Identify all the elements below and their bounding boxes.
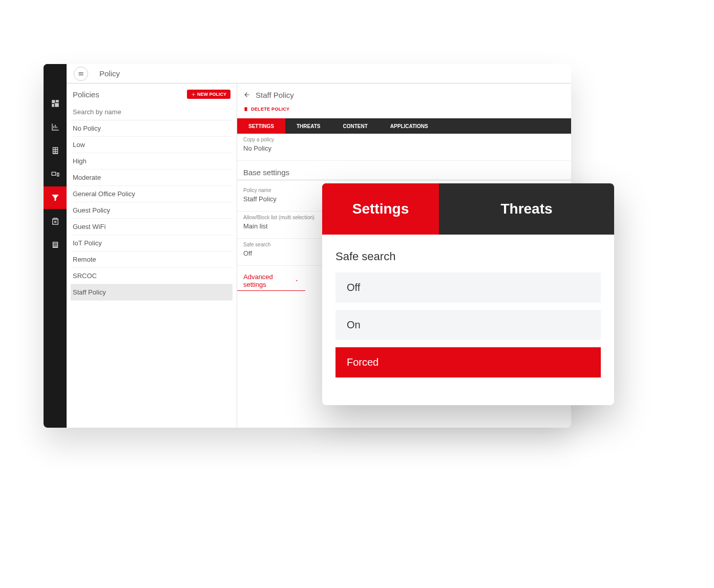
new-policy-button[interactable]: NEW POLICY bbox=[187, 90, 230, 99]
delete-label: DELETE POLICY bbox=[251, 107, 289, 112]
filter-icon[interactable] bbox=[44, 186, 67, 209]
policy-item[interactable]: No Policy bbox=[71, 120, 233, 137]
detail-title: Staff Policy bbox=[256, 91, 294, 99]
copy-policy-label: Copy a policy bbox=[243, 137, 565, 142]
copy-policy-field[interactable]: Copy a policy No Policy bbox=[237, 134, 571, 161]
svg-rect-0 bbox=[52, 100, 55, 103]
safe-search-option-off[interactable]: Off bbox=[335, 272, 601, 303]
sidebar-nav bbox=[44, 64, 67, 428]
search-input[interactable] bbox=[71, 104, 233, 120]
svg-rect-2 bbox=[52, 104, 54, 107]
advanced-settings-toggle[interactable]: Advanced settings bbox=[237, 266, 305, 291]
tab-content[interactable]: CONTENT bbox=[332, 118, 379, 134]
building-icon[interactable] bbox=[44, 139, 67, 162]
safe-search-popup: Settings Threats Safe search Off On Forc… bbox=[322, 183, 614, 405]
tab-threats[interactable]: THREATS bbox=[285, 118, 331, 134]
policy-item[interactable]: Staff Policy bbox=[71, 284, 233, 301]
popup-tab-threats[interactable]: Threats bbox=[439, 183, 614, 235]
advanced-label: Advanced settings bbox=[243, 273, 291, 288]
new-policy-label: NEW POLICY bbox=[197, 92, 226, 97]
popup-tabs: Settings Threats bbox=[322, 183, 614, 235]
policy-item[interactable]: Remote bbox=[71, 251, 233, 268]
popup-tab-settings[interactable]: Settings bbox=[322, 183, 439, 235]
policy-item[interactable]: Moderate bbox=[71, 170, 233, 186]
tab-bar: SETTINGS THREATS CONTENT APPLICATIONS bbox=[237, 118, 571, 134]
delete-policy-button[interactable]: DELETE POLICY bbox=[237, 104, 571, 118]
svg-rect-3 bbox=[55, 103, 59, 107]
clipboard-icon[interactable] bbox=[44, 210, 67, 233]
tab-applications[interactable]: APPLICATIONS bbox=[379, 118, 439, 134]
page-title: Policy bbox=[99, 69, 120, 78]
menu-toggle-button[interactable] bbox=[74, 67, 88, 81]
back-button[interactable] bbox=[243, 90, 254, 100]
safe-search-option-forced[interactable]: Forced bbox=[335, 347, 601, 377]
popup-body: Safe search Off On Forced bbox=[322, 235, 614, 405]
policy-item[interactable]: SRCOC bbox=[71, 268, 233, 284]
policy-item[interactable]: Guest WiFi bbox=[71, 219, 233, 235]
analytics-icon[interactable] bbox=[44, 116, 67, 138]
dashboard-icon[interactable] bbox=[44, 92, 67, 115]
policy-item[interactable]: General Office Policy bbox=[71, 186, 233, 202]
popup-safe-search-label: Safe search bbox=[335, 250, 601, 263]
book-icon[interactable] bbox=[44, 234, 67, 256]
header-bar: Policy bbox=[67, 64, 571, 83]
chevron-down-icon bbox=[295, 278, 299, 283]
policy-item[interactable]: Low bbox=[71, 137, 233, 153]
devices-icon[interactable] bbox=[44, 163, 67, 185]
detail-header: Staff Policy bbox=[237, 90, 571, 104]
policy-item[interactable]: Guest Policy bbox=[71, 202, 233, 219]
safe-search-option-on[interactable]: On bbox=[335, 310, 601, 340]
policies-header: Policies NEW POLICY bbox=[71, 90, 233, 104]
tab-settings[interactable]: SETTINGS bbox=[237, 118, 285, 134]
copy-policy-value: No Policy bbox=[243, 144, 565, 155]
svg-rect-1 bbox=[55, 100, 58, 102]
policies-panel: Policies NEW POLICY No Policy Low High M… bbox=[67, 83, 237, 428]
base-settings-title: Base settings bbox=[237, 161, 571, 180]
policy-item[interactable]: IoT Policy bbox=[71, 235, 233, 251]
policies-title: Policies bbox=[73, 90, 99, 99]
policy-item[interactable]: High bbox=[71, 153, 233, 170]
